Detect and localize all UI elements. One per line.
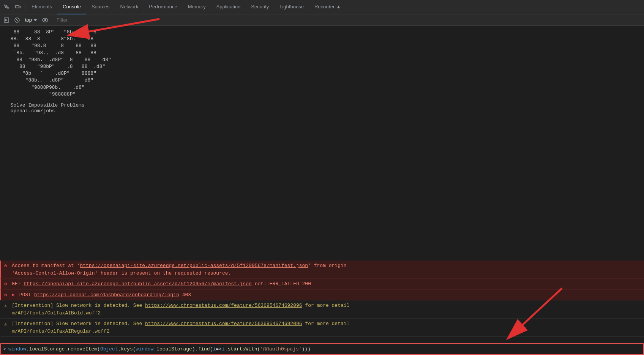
execute-icon[interactable] [2, 16, 11, 24]
error-icon-1: ⊗ [4, 262, 7, 270]
keyword-object: Object [100, 346, 118, 352]
command-text[interactable]: window.localStorage.removeItem(Object.ke… [8, 346, 640, 352]
expand-arrow[interactable]: ▶ [12, 292, 15, 298]
chromestatus-link-1[interactable]: https://www.chromestatus.com/feature/563… [145, 303, 302, 308]
tab-performance[interactable]: Performance [144, 0, 182, 14]
manifest-link-1[interactable]: https://openaiapi-site.azureedge.net/pub… [80, 263, 308, 269]
method-keys: keys [121, 346, 133, 352]
arrow-fn-arrow: => [216, 346, 222, 352]
warn-icon-1: ⚠ [4, 302, 7, 310]
context-label: top [25, 17, 32, 23]
command-input-area[interactable]: > window.localStorage.removeItem(Object.… [0, 343, 644, 355]
svg-rect-1 [19, 6, 21, 8]
tab-console[interactable]: Console [57, 0, 86, 14]
error-icon-3: ⊗ [4, 292, 7, 299]
ascii-art: 88 88 8P" `"8b. 8. 88. 88 8 8"8b. 88 88 … [5, 29, 639, 98]
inspect-icon[interactable] [2, 2, 12, 13]
keyword-window: window [8, 346, 26, 352]
warning-slow-network-bold: ⚠ [Intervention] Slow network is detecte… [0, 300, 644, 319]
warn-icon-2: ⚠ [4, 320, 7, 328]
svg-line-4 [16, 19, 18, 21]
manifest-link-2[interactable]: https://openaiapi-site.azureedge.net/pub… [24, 281, 252, 287]
error-message-manifest-cors: ⊗ Access to manifest at 'https://openaia… [0, 261, 644, 279]
error-message-get-failed: ⊗ GET https://openaiapi-site.azureedge.n… [0, 279, 644, 290]
warning-slow-network-regular: ⚠ [Intervention] Slow network is detecte… [0, 319, 644, 337]
tab-elements[interactable]: Elements [26, 0, 57, 14]
tab-lighthouse[interactable]: Lighthouse [274, 0, 309, 14]
console-messages: ⊗ Access to manifest at 'https://openaia… [0, 261, 644, 337]
devtools-tabbar: Elements Console Sources Network Perform… [0, 0, 644, 14]
console-toolbar: top [0, 14, 644, 26]
clear-icon[interactable] [13, 16, 21, 24]
tab-recorder[interactable]: Recorder ▲ [309, 0, 346, 14]
error-icon-2: ⊗ [4, 281, 7, 288]
tab-memory[interactable]: Memory [183, 0, 211, 14]
tab-sources[interactable]: Sources [86, 0, 115, 14]
string-auth: '@@auth0spajs' [260, 346, 301, 352]
login-link[interactable]: https://api.openai.com/dashboard/onboard… [34, 292, 179, 298]
method-removeitem: removeItem [68, 346, 97, 352]
tab-security[interactable]: Security [246, 0, 274, 14]
chromestatus-link-2[interactable]: https://www.chromestatus.com/feature/563… [145, 321, 302, 327]
toolbar-divider [52, 17, 52, 24]
method-localstorage: localStorage [29, 346, 65, 352]
tab-separator [25, 3, 25, 11]
tab-network[interactable]: Network [115, 0, 144, 14]
svg-rect-0 [16, 5, 19, 8]
error-message-post-403: ⊗ ▶ POST https://api.openai.com/dashboar… [0, 290, 644, 301]
command-prompt: > [3, 346, 6, 352]
eye-icon[interactable] [41, 16, 49, 24]
device-toggle-icon[interactable] [13, 2, 24, 13]
filter-input[interactable] [54, 16, 642, 24]
tab-application[interactable]: Application [211, 0, 246, 14]
openai-branding-text: Solve Impossible Problems openai.com/job… [5, 102, 639, 114]
method-startswith: startsWith [227, 346, 257, 352]
console-output: 88 88 8P" `"8b. 8. 88. 88 8 8"8b. 88 88 … [0, 26, 644, 355]
context-selector[interactable]: top [24, 16, 39, 24]
method-ls2: localStorage [156, 346, 192, 352]
method-find: find [198, 346, 210, 352]
param-i: i [222, 346, 225, 352]
keyword-window2: window [136, 346, 154, 352]
svg-point-6 [44, 19, 46, 21]
